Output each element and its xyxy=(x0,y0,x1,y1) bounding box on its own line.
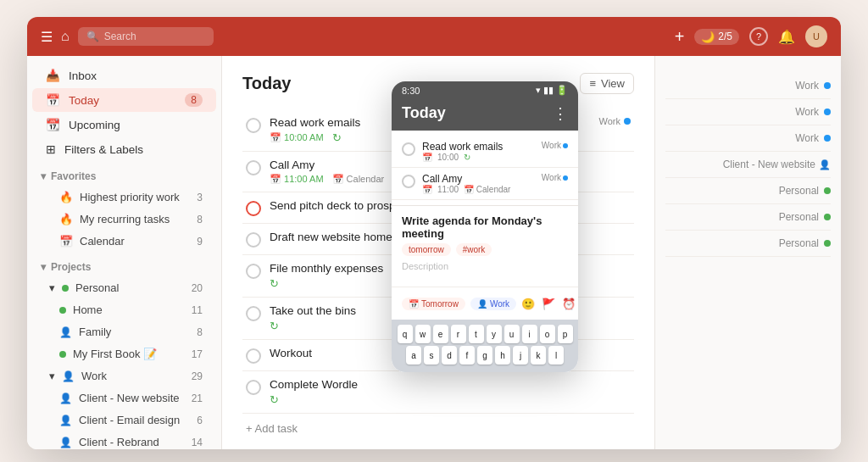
task-checkbox[interactable] xyxy=(246,380,261,395)
sidebar-item-work[interactable]: ▾ 👤 Work 29 xyxy=(32,365,216,387)
help-icon[interactable]: ? xyxy=(749,27,768,46)
list-item: Personal xyxy=(665,231,831,257)
search-icon: 🔍 xyxy=(86,31,99,42)
key-y[interactable]: y xyxy=(487,325,502,343)
key-s[interactable]: s xyxy=(424,346,439,365)
sidebar-item-client-new-website[interactable]: 👤 Client - New website 21 xyxy=(32,387,216,409)
person-icon-2: 👤 xyxy=(62,370,75,382)
person-icon-6: 👤 xyxy=(477,299,487,309)
flag-icon[interactable]: 🚩 xyxy=(542,298,555,310)
work-hashtag: #work xyxy=(456,243,492,256)
key-d[interactable]: d xyxy=(442,346,457,365)
sidebar-item-family[interactable]: 👤 Family 8 xyxy=(32,321,216,342)
add-task-panel: Write agenda for Monday's meeting tomorr… xyxy=(392,205,578,372)
footer-work-tag[interactable]: 👤 Work xyxy=(470,298,516,310)
clock-icon[interactable]: ⏰ xyxy=(562,298,576,310)
sidebar-item-personal[interactable]: ▾ Personal 20 xyxy=(32,277,216,298)
today-count: 8 xyxy=(185,93,203,107)
sidebar-item-home[interactable]: Home 11 xyxy=(32,299,216,320)
avatar[interactable]: U xyxy=(805,25,827,47)
key-l[interactable]: l xyxy=(548,346,564,365)
task-name: Complete Wordle xyxy=(270,378,631,391)
key-r[interactable]: r xyxy=(451,325,466,343)
list-item: Call Amy 📅 11:00 📅 Calendar Work xyxy=(392,168,578,200)
key-h[interactable]: h xyxy=(495,346,510,365)
sidebar-item-inbox[interactable]: 📥 Inbox xyxy=(32,64,216,87)
sidebar-item-client-email[interactable]: 👤 Client - Email design 6 xyxy=(32,409,216,431)
topbar: ☰ ⌂ 🔍 Search + 🌙 2/5 ? 🔔 U xyxy=(27,17,841,56)
sidebar-item-label: Today xyxy=(69,94,99,107)
key-k[interactable]: k xyxy=(531,346,546,365)
main-layout: 📥 Inbox 📅 Today 8 📆 Upcoming ⊞ Filters &… xyxy=(27,56,841,449)
sidebar-item-calendar[interactable]: 📅 Calendar 9 xyxy=(32,231,216,252)
favorites-header[interactable]: ▾ Favorites xyxy=(27,162,221,186)
sidebar-item-label: Upcoming xyxy=(69,119,120,131)
sidebar-item-highest-priority[interactable]: 🔥 Highest priority work 3 xyxy=(32,186,216,208)
calendar-tag: 📅 Calendar xyxy=(332,174,385,185)
bell-icon[interactable]: 🔔 xyxy=(778,29,795,45)
key-u[interactable]: u xyxy=(504,325,520,343)
key-j[interactable]: j xyxy=(513,346,528,365)
task-checkbox[interactable] xyxy=(246,306,261,321)
sidebar-item-upcoming[interactable]: 📆 Upcoming xyxy=(32,113,216,136)
key-e[interactable]: e xyxy=(433,325,448,343)
right-panel: Work Work Work Client - New website 👤 Pe… xyxy=(654,56,841,449)
task-checkbox[interactable] xyxy=(246,160,261,175)
task-checkbox[interactable] xyxy=(246,118,261,133)
right-dot xyxy=(824,214,831,220)
sidebar-item-today[interactable]: 📅 Today 8 xyxy=(32,88,216,112)
mobile-checkbox[interactable] xyxy=(402,175,415,188)
mobile-task-meta: 📅 11:00 📅 Calendar xyxy=(422,185,535,194)
tag-dot-2 xyxy=(563,175,568,181)
key-g[interactable]: g xyxy=(477,346,492,365)
home-icon[interactable]: ⌂ xyxy=(61,29,70,44)
add-icon[interactable]: + xyxy=(675,27,685,47)
key-p[interactable]: p xyxy=(558,325,573,343)
mobile-task-meta: 📅 10:00 ↻ xyxy=(422,153,535,162)
key-a[interactable]: a xyxy=(406,346,421,365)
list-item: Read work emails 📅 10:00 ↻ Work xyxy=(392,136,578,168)
mobile-checkbox[interactable] xyxy=(402,142,415,156)
footer-tomorrow-tag[interactable]: 📅 Tomorrow xyxy=(402,298,465,310)
sidebar-item-first-book[interactable]: My First Book 📝 17 xyxy=(32,343,216,365)
sidebar-item-filters[interactable]: ⊞ Filters & Labels xyxy=(32,137,216,161)
today-icon: 📅 xyxy=(46,93,60,107)
emoji-icon[interactable]: 🙂 xyxy=(521,298,535,310)
calendar-icon: 📅 xyxy=(59,235,73,248)
key-q[interactable]: q xyxy=(398,325,413,343)
mobile-time-icon-2: 📅 xyxy=(422,185,432,194)
search-box[interactable]: 🔍 Search xyxy=(78,27,214,46)
projects-header[interactable]: ▾ Projects xyxy=(27,253,221,276)
add-task-desc: Description xyxy=(402,261,568,271)
key-t[interactable]: t xyxy=(469,325,484,343)
key-f[interactable]: f xyxy=(459,346,475,365)
chevron-down-icon: ▾ xyxy=(41,170,46,182)
task-checkbox[interactable] xyxy=(246,232,261,248)
sidebar-item-label: Inbox xyxy=(69,70,97,82)
task-checkbox[interactable] xyxy=(246,264,261,279)
mobile-status-bar: 8:30 ▾ ▮▮ 🔋 xyxy=(392,81,578,99)
topbar-left: ☰ ⌂ 🔍 Search xyxy=(41,27,214,46)
view-button[interactable]: ≡ View xyxy=(580,73,634,94)
key-o[interactable]: o xyxy=(540,325,555,343)
add-task-button[interactable]: + Add task xyxy=(242,414,634,443)
menu-icon[interactable]: ☰ xyxy=(41,29,53,45)
sidebar-item-client-rebrand[interactable]: 👤 Client - Rebrand 14 xyxy=(32,431,216,449)
focus-badge[interactable]: 🌙 2/5 xyxy=(694,29,739,45)
key-i[interactable]: i xyxy=(522,325,537,343)
right-dot xyxy=(824,240,831,247)
person-icon: 👤 xyxy=(59,326,72,338)
cal-label: 📅 Calendar xyxy=(464,185,510,194)
task-checkbox[interactable] xyxy=(246,348,261,364)
mobile-task-info: Call Amy 📅 11:00 📅 Calendar xyxy=(422,173,535,194)
keyboard-row-1: q w e r t y u i o p xyxy=(395,325,575,343)
mobile-task-info: Read work emails 📅 10:00 ↻ xyxy=(422,141,535,162)
list-item: Work xyxy=(665,99,831,125)
key-w[interactable]: w xyxy=(415,325,431,343)
task-tag: Work xyxy=(599,116,631,126)
person-icon-3: 👤 xyxy=(59,392,72,404)
sidebar-item-recurring[interactable]: 🔥 My recurring tasks 8 xyxy=(32,209,216,230)
add-task-content: Write agenda for Monday's meeting tomorr… xyxy=(392,206,578,287)
mobile-menu-icon[interactable]: ⋮ xyxy=(553,104,568,123)
task-checkbox[interactable] xyxy=(246,201,261,216)
